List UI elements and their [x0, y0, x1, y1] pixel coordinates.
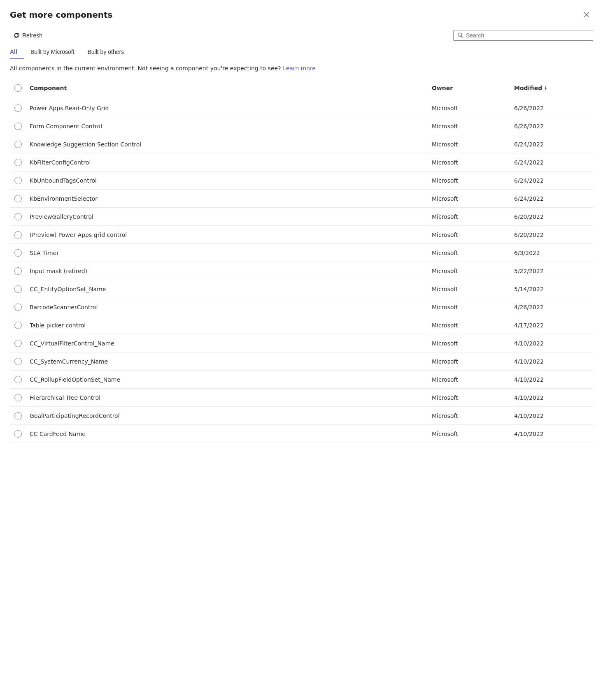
column-header-modified[interactable]: Modified ↓ [511, 81, 593, 95]
cell-component: Hierarchical Tree Control [26, 390, 428, 405]
learn-more-link[interactable]: Learn more [283, 65, 316, 72]
info-bar: All components in the current environmen… [0, 59, 603, 77]
cell-component: PreviewGalleryControl [26, 209, 428, 224]
row-checkbox[interactable] [14, 412, 22, 420]
dialog-header: Get more components [0, 0, 603, 26]
row-checkbox[interactable] [14, 285, 22, 293]
row-checkbox-cell [10, 376, 26, 383]
refresh-svg [13, 32, 20, 39]
row-checkbox[interactable] [14, 159, 22, 166]
search-icon [458, 32, 463, 38]
table-row: Table picker control Microsoft 4/17/2022 [10, 316, 593, 334]
close-button[interactable] [580, 8, 593, 21]
row-checkbox-cell [10, 177, 26, 184]
table-row: KbFilterConfigControl Microsoft 6/24/202… [10, 153, 593, 172]
row-checkbox-cell [10, 213, 26, 220]
row-checkbox-cell [10, 430, 26, 438]
row-checkbox[interactable] [14, 195, 22, 202]
cell-owner: Microsoft [428, 264, 511, 278]
row-checkbox[interactable] [14, 213, 22, 220]
row-checkbox[interactable] [14, 340, 22, 347]
cell-owner: Microsoft [428, 426, 511, 441]
cell-owner: Microsoft [428, 408, 511, 423]
row-checkbox-cell [10, 231, 26, 239]
row-checkbox[interactable] [14, 358, 22, 365]
row-checkbox-cell [10, 249, 26, 257]
row-checkbox[interactable] [14, 231, 22, 239]
cell-owner: Microsoft [428, 336, 511, 351]
table-row: SLA Timer Microsoft 6/3/2022 [10, 244, 593, 262]
row-checkbox-cell [10, 104, 26, 112]
row-checkbox[interactable] [14, 322, 22, 329]
cell-component: Knowledge Suggestion Section Control [26, 137, 428, 152]
cell-component: CC_EntityOptionSet_Name [26, 282, 428, 297]
row-checkbox-cell [10, 159, 26, 166]
table-row: CC_VirtualFilterControl_Name Microsoft 4… [10, 334, 593, 352]
row-checkbox-cell [10, 412, 26, 420]
search-box [453, 30, 593, 41]
table-row: CC_SystemCurrency_Name Microsoft 4/10/20… [10, 352, 593, 371]
cell-owner: Microsoft [428, 354, 511, 369]
select-all-checkbox[interactable] [14, 84, 22, 92]
sort-arrow-icon: ↓ [544, 86, 547, 91]
row-checkbox-cell [10, 358, 26, 365]
table-header-row: Component Owner Modified ↓ [10, 77, 593, 99]
cell-owner: Microsoft [428, 155, 511, 170]
refresh-button[interactable]: Refresh [10, 30, 46, 41]
cell-component: Table picker control [26, 318, 428, 333]
cell-modified: 4/26/2022 [511, 300, 593, 315]
column-header-component: Component [26, 81, 428, 95]
cell-component: Input mask (retired) [26, 264, 428, 278]
table-row: CC_RollupFieldOptionSet_Name Microsoft 4… [10, 371, 593, 389]
info-text: All components in the current environmen… [10, 65, 281, 72]
table-row: Hierarchical Tree Control Microsoft 4/10… [10, 389, 593, 407]
row-checkbox[interactable] [14, 430, 22, 438]
cell-modified: 6/24/2022 [511, 173, 593, 188]
row-checkbox[interactable] [14, 177, 22, 184]
cell-component: CC CardFeed Name [26, 426, 428, 441]
cell-component: (Preview) Power Apps grid control [26, 227, 428, 242]
row-checkbox[interactable] [14, 267, 22, 275]
tabs-bar: All Built by Microsoft Built by others [0, 44, 603, 59]
row-checkbox[interactable] [14, 376, 22, 383]
table-row: PreviewGalleryControl Microsoft 6/20/202… [10, 208, 593, 226]
cell-component: CC_VirtualFilterControl_Name [26, 336, 428, 351]
header-checkbox-cell [10, 84, 26, 92]
cell-owner: Microsoft [428, 173, 511, 188]
tab-built-by-others[interactable]: Built by others [81, 44, 130, 59]
table-row: Power Apps Read-Only Grid Microsoft 6/26… [10, 99, 593, 117]
table-row: Input mask (retired) Microsoft 5/22/2022 [10, 262, 593, 280]
cell-modified: 6/20/2022 [511, 227, 593, 242]
row-checkbox[interactable] [14, 249, 22, 257]
column-header-owner: Owner [428, 81, 511, 95]
row-checkbox[interactable] [14, 104, 22, 112]
cell-component: KbFilterConfigControl [26, 155, 428, 170]
cell-owner: Microsoft [428, 372, 511, 387]
row-checkbox[interactable] [14, 141, 22, 148]
row-checkbox[interactable] [14, 123, 22, 130]
cell-owner: Microsoft [428, 119, 511, 134]
cell-modified: 6/20/2022 [511, 209, 593, 224]
refresh-icon [13, 32, 20, 39]
search-input[interactable] [466, 32, 589, 39]
toolbar: Refresh [0, 26, 603, 44]
cell-modified: 6/26/2022 [511, 101, 593, 116]
row-checkbox-cell [10, 123, 26, 130]
tab-built-by-microsoft[interactable]: Built by Microsoft [24, 44, 81, 59]
cell-owner: Microsoft [428, 246, 511, 260]
cell-component: SLA Timer [26, 246, 428, 260]
cell-modified: 4/10/2022 [511, 390, 593, 405]
row-checkbox[interactable] [14, 304, 22, 311]
cell-component: KbUnboundTagsControl [26, 173, 428, 188]
table-row: BarcodeScannerControl Microsoft 4/26/202… [10, 298, 593, 316]
table-row: (Preview) Power Apps grid control Micros… [10, 226, 593, 244]
cell-owner: Microsoft [428, 282, 511, 297]
tab-all[interactable]: All [10, 44, 24, 59]
get-more-components-dialog: Get more components Refresh [0, 0, 603, 700]
row-checkbox[interactable] [14, 394, 22, 401]
table-row: KbEnvironmentSelector Microsoft 6/24/202… [10, 190, 593, 208]
cell-component: CC_SystemCurrency_Name [26, 354, 428, 369]
svg-line-1 [461, 36, 463, 38]
row-checkbox-cell [10, 285, 26, 293]
cell-modified: 5/14/2022 [511, 282, 593, 297]
